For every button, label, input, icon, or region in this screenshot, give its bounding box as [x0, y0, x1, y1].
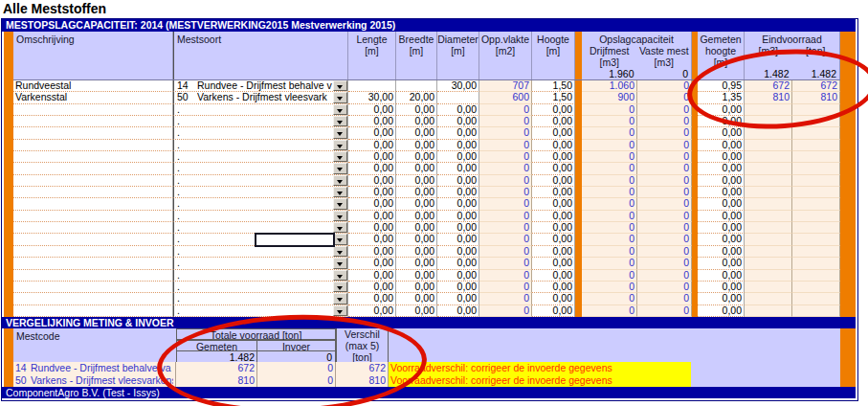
gemeten-hoogte-cell[interactable]: 0,00	[698, 163, 745, 174]
gemeten-hoogte-cell[interactable]: 0,00	[698, 140, 745, 151]
hoogte-cell[interactable]: 0,00	[532, 234, 575, 245]
breedte-cell[interactable]: 0,00	[396, 163, 437, 174]
omschrijving-cell[interactable]	[13, 140, 173, 151]
diameter-cell[interactable]: 0,00	[437, 293, 479, 304]
mestsoort-dropdown-button[interactable]	[333, 116, 347, 126]
mestsoort-dropdown-button[interactable]	[333, 198, 347, 209]
gemeten-hoogte-cell[interactable]: 0,00	[698, 211, 745, 222]
mestsoort-dropdown-button[interactable]	[333, 305, 347, 316]
lengte-cell[interactable]: 0,00	[348, 258, 396, 269]
hoogte-cell[interactable]: 0,00	[532, 198, 575, 210]
omschrijving-cell[interactable]	[13, 246, 173, 258]
diameter-cell[interactable]: 0,00	[437, 187, 479, 198]
breedte-cell[interactable]: 0,00	[396, 151, 437, 163]
diameter-cell[interactable]: 0,00	[437, 116, 479, 127]
breedte-cell[interactable]: 0,00	[396, 293, 437, 304]
breedte-cell[interactable]: 0,00	[396, 187, 437, 198]
diameter-cell[interactable]: 0,00	[437, 305, 479, 317]
mestsoort-dropdown-button[interactable]	[333, 234, 347, 244]
mestsoort-cell[interactable]: .	[173, 258, 348, 269]
mestsoort-cell[interactable]: .	[173, 163, 348, 174]
omschrijving-cell[interactable]	[13, 175, 173, 187]
lengte-cell[interactable]: 0,00	[348, 140, 396, 151]
hoogte-cell[interactable]: 0,00	[532, 116, 575, 127]
diameter-cell[interactable]: 0,00	[437, 163, 479, 174]
gemeten-hoogte-cell[interactable]: 0,00	[698, 151, 745, 163]
mestsoort-dropdown-button[interactable]	[333, 151, 347, 162]
gemeten-hoogte-cell[interactable]: 0,00	[698, 187, 745, 198]
mestsoort-cell[interactable]: .	[173, 305, 348, 317]
lengte-cell[interactable]: 0,00	[348, 104, 396, 116]
mestsoort-cell[interactable]: .	[173, 211, 348, 222]
mestsoort-dropdown-button[interactable]	[333, 246, 347, 257]
diameter-cell[interactable]: 0,00	[437, 258, 479, 269]
diameter-cell[interactable]: 0,00	[437, 127, 479, 139]
gemeten-hoogte-cell[interactable]: 0,00	[698, 293, 745, 304]
diameter-cell[interactable]	[437, 92, 479, 103]
omschrijving-cell[interactable]	[13, 234, 173, 245]
diameter-cell[interactable]: 0,00	[437, 104, 479, 116]
breedte-cell[interactable]: 0,00	[396, 258, 437, 269]
hoogte-cell[interactable]: 0,00	[532, 293, 575, 304]
breedte-cell[interactable]	[396, 80, 437, 92]
omschrijving-cell[interactable]	[13, 127, 173, 139]
diameter-cell[interactable]: 0,00	[437, 282, 479, 293]
gemeten-hoogte-cell[interactable]: 1,35	[698, 92, 745, 103]
lengte-cell[interactable]: 0,00	[348, 163, 396, 174]
breedte-cell[interactable]: 0,00	[396, 246, 437, 258]
diameter-cell[interactable]: 0,00	[437, 211, 479, 222]
gemeten-hoogte-cell[interactable]: 0,00	[698, 234, 745, 245]
lengte-cell[interactable]: 0,00	[348, 116, 396, 127]
mestsoort-dropdown-button[interactable]	[333, 175, 347, 186]
omschrijving-cell[interactable]	[13, 305, 173, 317]
breedte-cell[interactable]: 0,00	[396, 211, 437, 222]
breedte-cell[interactable]: 0,00	[396, 127, 437, 139]
diameter-cell[interactable]: 30,00	[437, 80, 479, 92]
focused-cell-editor[interactable]	[255, 233, 335, 247]
lengte-cell[interactable]: 30,00	[348, 92, 396, 103]
mestsoort-cell[interactable]: .	[173, 175, 348, 187]
breedte-cell[interactable]: 20,00	[396, 92, 437, 103]
omschrijving-cell[interactable]	[13, 222, 173, 234]
gemeten-hoogte-cell[interactable]: 0,00	[698, 270, 745, 282]
lengte-cell[interactable]	[348, 80, 396, 92]
gemeten-hoogte-cell[interactable]: 0,00	[698, 305, 745, 317]
diameter-cell[interactable]: 0,00	[437, 151, 479, 163]
hoogte-cell[interactable]: 0,00	[532, 270, 575, 282]
gemeten-hoogte-cell[interactable]: 0,95	[698, 80, 745, 92]
breedte-cell[interactable]: 0,00	[396, 270, 437, 282]
hoogte-cell[interactable]: 0,00	[532, 246, 575, 258]
hoogte-cell[interactable]: 0,00	[532, 305, 575, 317]
mestsoort-dropdown-button[interactable]	[333, 140, 347, 150]
lengte-cell[interactable]: 0,00	[348, 293, 396, 304]
hoogte-cell[interactable]: 0,00	[532, 104, 575, 116]
breedte-cell[interactable]: 0,00	[396, 116, 437, 127]
mestsoort-dropdown-button[interactable]	[333, 92, 347, 102]
diameter-cell[interactable]: 0,00	[437, 175, 479, 187]
mestsoort-dropdown-button[interactable]	[333, 104, 347, 115]
lengte-cell[interactable]: 0,00	[348, 175, 396, 187]
omschrijving-cell[interactable]: Varkensstal	[13, 92, 173, 103]
hoogte-cell[interactable]: 0,00	[532, 151, 575, 163]
mestsoort-dropdown-button[interactable]	[333, 293, 347, 304]
omschrijving-cell[interactable]	[13, 104, 173, 116]
lengte-cell[interactable]: 0,00	[348, 151, 396, 163]
hoogte-cell[interactable]: 0,00	[532, 175, 575, 187]
gemeten-hoogte-cell[interactable]: 0,00	[698, 222, 745, 234]
gemeten-hoogte-cell[interactable]: 0,00	[698, 198, 745, 210]
lengte-cell[interactable]: 0,00	[348, 187, 396, 198]
breedte-cell[interactable]: 0,00	[396, 222, 437, 234]
mestsoort-dropdown-button[interactable]	[333, 270, 347, 281]
omschrijving-cell[interactable]	[13, 258, 173, 269]
hoogte-cell[interactable]: 0,00	[532, 163, 575, 174]
hoogte-cell[interactable]: 0,00	[532, 258, 575, 269]
omschrijving-cell[interactable]	[13, 151, 173, 163]
mestsoort-cell[interactable]: 50Varkens - Drijfmest vleesvark	[173, 92, 348, 103]
gemeten-hoogte-cell[interactable]: 0,00	[698, 104, 745, 116]
omschrijving-cell[interactable]	[13, 270, 173, 282]
omschrijving-cell[interactable]	[13, 293, 173, 304]
hoogte-cell[interactable]: 1,50	[532, 92, 575, 103]
mestsoort-cell[interactable]: .	[173, 282, 348, 293]
omschrijving-cell[interactable]	[13, 187, 173, 198]
breedte-cell[interactable]: 0,00	[396, 282, 437, 293]
